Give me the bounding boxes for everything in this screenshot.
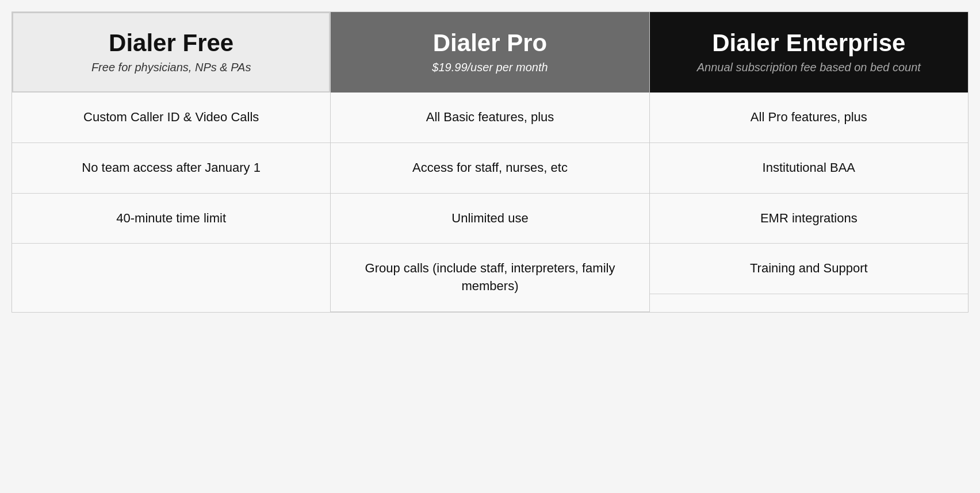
features-list-enterprise: All Pro features, plusInstitutional BAAE… xyxy=(650,93,968,312)
feature-item-enterprise-1: Institutional BAA xyxy=(650,143,968,194)
plan-subtitle-free: Free for physicians, NPs & PAs xyxy=(91,60,251,75)
feature-item-pro-2: Unlimited use xyxy=(331,194,649,244)
plan-col-enterprise: Dialer EnterpriseAnnual subscription fee… xyxy=(650,12,968,312)
plan-col-pro: Dialer Pro$19.99/user per monthAll Basic… xyxy=(331,12,649,312)
features-list-pro: All Basic features, plusAccess for staff… xyxy=(331,93,649,312)
plan-col-free: Dialer FreeFree for physicians, NPs & PA… xyxy=(12,12,331,312)
plan-title-pro: Dialer Pro xyxy=(433,30,547,56)
feature-item-pro-0: All Basic features, plus xyxy=(331,93,649,143)
feature-item-enterprise-2: EMR integrations xyxy=(650,194,968,244)
plan-subtitle-enterprise: Annual subscription fee based on bed cou… xyxy=(697,60,921,75)
pricing-table: Dialer FreeFree for physicians, NPs & PA… xyxy=(12,11,968,313)
feature-item-free-1: No team access after January 1 xyxy=(12,143,330,194)
plan-header-enterprise: Dialer EnterpriseAnnual subscription fee… xyxy=(650,12,968,93)
plan-header-free: Dialer FreeFree for physicians, NPs & PA… xyxy=(12,12,330,93)
feature-item-enterprise-0: All Pro features, plus xyxy=(650,93,968,143)
plan-header-pro: Dialer Pro$19.99/user per month xyxy=(331,12,649,93)
plan-title-free: Dialer Free xyxy=(109,30,233,56)
plan-title-enterprise: Dialer Enterprise xyxy=(712,30,905,56)
features-list-free: Custom Caller ID & Video CallsNo team ac… xyxy=(12,93,330,312)
feature-item-free-0: Custom Caller ID & Video Calls xyxy=(12,93,330,143)
feature-item-pro-1: Access for staff, nurses, etc xyxy=(331,143,649,194)
plan-subtitle-pro: $19.99/user per month xyxy=(432,60,548,75)
feature-item-pro-3: Group calls (include staff, interpreters… xyxy=(331,244,649,312)
feature-item-free-2: 40-minute time limit xyxy=(12,194,330,244)
feature-item-enterprise-3: Training and Support xyxy=(650,244,968,294)
